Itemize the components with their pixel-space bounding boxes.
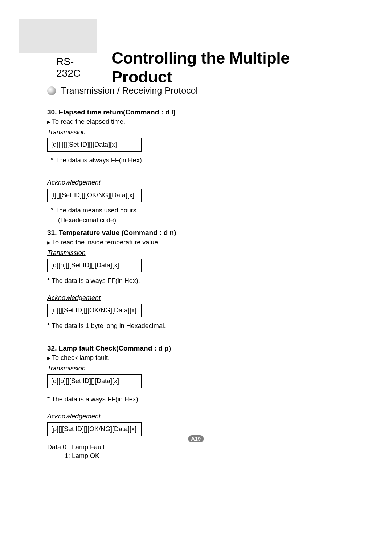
page-number-badge: A19 [188, 435, 204, 442]
header-title: Controlling the Multiple Product [111, 49, 348, 86]
cmd31-transmission-note: * The data is always FF(in Hex). [47, 277, 334, 285]
cmd32-ack-code: [p][][Set ID][][OK/NG][Data][x] [47, 422, 142, 436]
cmd30-desc: To read the elapsed time. [47, 118, 334, 126]
cmd32-title: 32. Lamp fault Check(Command : d p) [47, 344, 334, 353]
cmd32-ack-label: Acknowledgement [47, 412, 334, 421]
cmd30-transmission-code: [d][l][][Set ID][][Data][x] [47, 138, 142, 151]
cmd30-title: 30. Elapsed time return(Command : d l) [47, 108, 334, 117]
cmd32-data-line1: Data 0 : Lamp Fault [47, 443, 334, 451]
cmd31-ack-label: Acknowledgement [47, 294, 334, 302]
bullet-icon [47, 86, 56, 95]
cmd31-desc: To read the inside temperature value. [47, 238, 334, 247]
cmd32-desc-text: To check lamp fault. [52, 354, 110, 361]
cmd30-ack-label: Acknowledgement [47, 178, 334, 187]
cmd32-transmission-note: * The data is always FF(in Hex). [47, 395, 334, 404]
page-header: RS-232C Controlling the Multiple Product [47, 53, 348, 82]
cmd30-ack-code: [l][][Set ID][][OK/NG][Data][x] [47, 189, 142, 202]
cmd32-transmission-code: [d][p][][Set ID][][Data][x] [47, 374, 142, 388]
cmd32-data-block: Data 0 : Lamp Fault 1: Lamp OK [47, 443, 334, 460]
header-sidebar-block [19, 19, 97, 53]
cmd31-desc-text: To read the inside temperature value. [52, 239, 160, 246]
cmd30-ack-note1: * The data means used hours. [51, 206, 334, 215]
cmd31-ack-note: * The data is 1 byte long in Hexadecimal… [47, 322, 334, 330]
cmd31-title: 31. Temperature value (Command : d n) [47, 228, 334, 238]
cmd30-ack-note2: (Hexadecimal code) [58, 216, 334, 224]
cmd30-desc-text: To read the elapsed time. [52, 118, 125, 125]
cmd32-transmission-label: Transmission [47, 364, 334, 373]
cmd32-desc: To check lamp fault. [47, 354, 334, 362]
section-title: Transmission / Receiving Protocol [61, 85, 198, 96]
content-body: 30. Elapsed time return(Command : d l) T… [47, 107, 334, 460]
page-number: A19 [188, 435, 204, 442]
header-prefix: RS-232C [56, 56, 97, 79]
cmd31-transmission-label: Transmission [47, 249, 334, 257]
cmd32-data-line2: 1: Lamp OK [65, 452, 334, 460]
cmd31-ack-code: [n][][Set ID][][OK/NG][Data][x] [47, 304, 142, 317]
cmd30-transmission-label: Transmission [47, 128, 334, 137]
section-header: Transmission / Receiving Protocol [47, 85, 198, 96]
cmd31-transmission-code: [d][n][][Set ID][][Data][x] [47, 259, 142, 272]
cmd30-transmission-note: * The data is always FF(in Hex). [51, 156, 334, 165]
